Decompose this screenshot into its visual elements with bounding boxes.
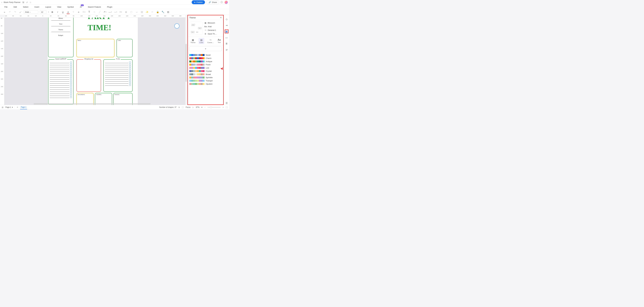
palette-live[interactable]: Live — [189, 67, 222, 69]
zoom-out-icon[interactable]: − — [204, 106, 206, 108]
menu-file[interactable]: File — [4, 6, 8, 8]
checkbox[interactable] — [129, 68, 131, 69]
tab-connector[interactable]: ⤳Conne… — [206, 38, 214, 44]
history-icon[interactable]: ↺ — [225, 48, 228, 52]
import-icon[interactable]: ⇥ — [225, 23, 228, 27]
present-icon[interactable]: ▭ — [225, 36, 228, 39]
checkbox[interactable] — [129, 72, 131, 73]
palette-fresh[interactable]: Fresh — [189, 63, 222, 66]
menu-ai[interactable]: AIhot — [80, 6, 82, 8]
menu-search-feature[interactable]: Search Feature — [88, 6, 101, 8]
checkbox[interactable] — [70, 62, 72, 63]
brush-icon[interactable]: 🖌 — [18, 10, 22, 14]
star-icon[interactable]: ☆ — [30, 1, 32, 3]
underline-icon[interactable]: U — [61, 10, 65, 14]
add-palette-button[interactable]: + — [189, 46, 222, 51]
checkbox[interactable] — [129, 70, 131, 71]
menu-edit[interactable]: Edit — [14, 6, 17, 8]
palette-tranquil[interactable]: Tranquil — [189, 80, 222, 82]
checkbox[interactable] — [129, 76, 131, 78]
back-button[interactable]: ‹ — [2, 1, 2, 4]
page-tab[interactable]: Page-1 — [20, 105, 27, 109]
checkbox[interactable] — [129, 64, 131, 65]
tab-theme[interactable]: ▦Theme — [190, 38, 196, 44]
theme-save[interactable]: 🗎Save Th… — [204, 33, 222, 35]
checkbox[interactable] — [70, 70, 72, 71]
avatar[interactable] — [224, 1, 228, 4]
lock-icon[interactable]: 🔒 — [156, 10, 160, 14]
checkbox[interactable] — [129, 80, 131, 82]
checkbox[interactable] — [70, 64, 72, 65]
redo-icon[interactable]: ↷ — [13, 10, 17, 14]
align-objects-icon[interactable]: ⫤ — [135, 10, 138, 14]
checkbox[interactable] — [70, 78, 72, 80]
crop-icon[interactable]: ✂ — [150, 10, 154, 14]
palette-crystal[interactable]: Crystal — [189, 70, 222, 72]
checkbox[interactable] — [70, 84, 72, 86]
line-spacing-icon[interactable]: ☰▾ — [82, 10, 86, 14]
save-icon[interactable]: 🖫 — [22, 1, 24, 3]
pages-icon[interactable]: ▤ — [2, 106, 3, 108]
page-icon[interactable]: 🗎 — [225, 42, 228, 46]
page-select[interactable]: Page-1 ▾ — [6, 106, 15, 108]
checkbox[interactable] — [70, 74, 72, 75]
close-icon[interactable]: ✕ — [220, 16, 222, 19]
font-size-select[interactable]: 12 — [40, 10, 46, 14]
theme-strip-icon[interactable]: ▦ — [225, 29, 228, 33]
menu-select[interactable]: Select — [23, 6, 28, 8]
sparkle-icon[interactable]: ✨ — [145, 10, 149, 14]
checkbox[interactable] — [70, 80, 72, 82]
diamond-icon[interactable]: ◇ — [225, 17, 228, 21]
connector-icon[interactable]: ⬏▾ — [103, 10, 107, 14]
publish-button[interactable]: ➤Publish — [192, 0, 205, 4]
layout-icon[interactable]: ▤ — [166, 10, 170, 14]
checkbox[interactable] — [129, 62, 131, 63]
fill-icon[interactable]: ◇ — [92, 10, 96, 14]
theme-blossom[interactable]: ▦Blossom — [204, 22, 222, 24]
checkbox[interactable] — [70, 68, 72, 69]
tab-color[interactable]: ▤Color — [198, 38, 204, 44]
palette-opulent[interactable]: Opulent — [189, 83, 222, 85]
share-button[interactable]: 🔗Share — [206, 0, 219, 4]
zoom-slider[interactable] — [208, 107, 220, 108]
theme-connector[interactable]: ⤳General 1 — [204, 29, 222, 31]
checkbox[interactable] — [70, 76, 72, 78]
menu-plugin[interactable]: Plugin — [107, 6, 112, 8]
italic-icon[interactable]: I — [56, 10, 60, 14]
align-icon[interactable]: ≡ — [77, 10, 80, 14]
vertical-scrollbar[interactable] — [186, 44, 187, 82]
font-select[interactable]: Arial ▾ — [24, 10, 38, 14]
checkbox[interactable] — [129, 66, 131, 67]
theme-font[interactable]: AaArial — [204, 25, 222, 28]
line-style-icon[interactable]: —▾ — [108, 10, 112, 14]
help-icon[interactable]: ⓘ — [220, 1, 223, 4]
expand-sidebar-icon[interactable]: » — [3, 10, 6, 14]
zoom-value[interactable]: 67% — [196, 106, 200, 108]
tab-text[interactable]: AaText — [217, 38, 222, 44]
list-icon[interactable]: ☰ — [225, 101, 228, 105]
checkbox[interactable] — [70, 66, 72, 67]
checkbox[interactable] — [70, 90, 72, 92]
checkbox[interactable] — [129, 84, 131, 86]
bold-icon[interactable]: B — [50, 10, 54, 14]
text-format-icon[interactable]: T — [72, 10, 75, 14]
palette-novel[interactable]: Novel — [189, 54, 222, 56]
focus-label[interactable]: Focus — [186, 106, 190, 108]
comment-bubble[interactable] — [174, 23, 180, 29]
checkbox[interactable] — [70, 94, 72, 96]
line-color-icon[interactable]: ╱ — [98, 10, 102, 14]
arrow-icon[interactable]: →▾ — [114, 10, 118, 14]
open-external-icon[interactable]: ↗ — [26, 1, 28, 3]
palette-sprinkle[interactable]: Sprinkle — [189, 76, 222, 79]
play-icon[interactable]: ▷ — [192, 106, 194, 108]
undo-icon[interactable]: ↶ — [8, 10, 12, 14]
image-icon[interactable]: 🖼 — [140, 10, 144, 14]
size-dd-icon[interactable]: ▾ — [48, 11, 49, 13]
font-color-icon[interactable]: A — [66, 10, 70, 14]
layers-icon[interactable]: ⧉ — [178, 106, 180, 108]
palette-broad[interactable]: Broad — [189, 73, 222, 75]
dash-icon[interactable]: ┉▾ — [119, 10, 123, 14]
text-tool-icon[interactable]: T — [87, 10, 91, 14]
checkbox[interactable] — [70, 72, 72, 73]
checkbox[interactable] — [129, 82, 131, 84]
